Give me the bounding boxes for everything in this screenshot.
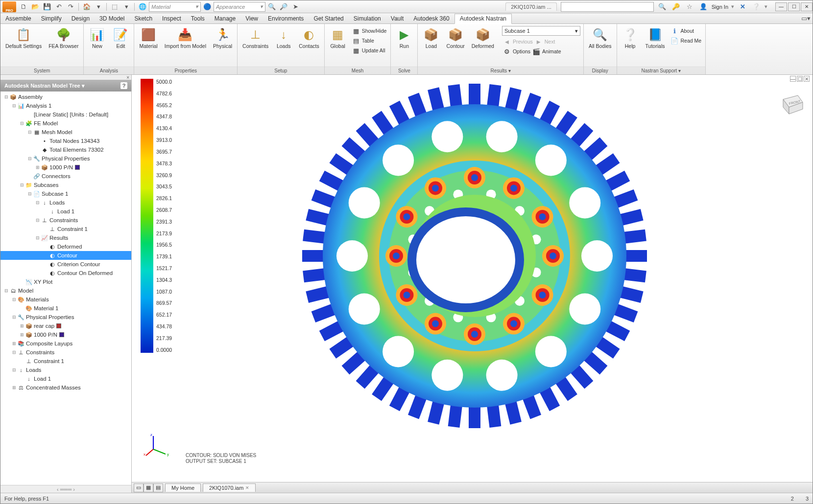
layout2-icon[interactable]: ▦ [143, 483, 153, 492]
tree-node[interactable]: 🎨Material 1 [0, 304, 131, 313]
tree-node[interactable]: 📉XY Plot [0, 277, 131, 286]
tree-node[interactable]: ⊟📁Subcases [0, 181, 131, 189]
close-icon[interactable]: ✕ [245, 485, 249, 490]
menu-simulation[interactable]: Simulation [349, 13, 386, 23]
maximize-icon[interactable]: ☐ [797, 76, 803, 82]
animate-button[interactable]: 🎬Animate [531, 46, 562, 56]
run-button[interactable]: ▶Run [394, 26, 414, 50]
readme-button[interactable]: 📄Read Me [670, 36, 702, 46]
fea-browser-button[interactable]: 🌳FEA Browser [47, 26, 80, 50]
key-icon[interactable]: 🔑 [670, 2, 681, 12]
menu-view[interactable]: View [240, 13, 263, 23]
tree-node[interactable]: ⊟🎨Materials [0, 295, 131, 304]
physical-button[interactable]: 🏃Physical [211, 26, 234, 50]
undo-icon[interactable]: ↶ [53, 2, 64, 12]
color-icon[interactable]: 🔵 [202, 2, 213, 12]
arrow-icon[interactable]: ➤ [290, 2, 301, 12]
tree-node[interactable]: ◐Contour On Deformed [0, 269, 131, 277]
tree-node[interactable]: ⊟⊥Constraints [0, 216, 131, 225]
tree-node[interactable]: ⊟📊Analysis 1 [0, 101, 131, 110]
contacts-button[interactable]: ◐Contacts [297, 26, 321, 50]
select-icon[interactable]: ⬚ [109, 2, 120, 12]
constraints-button[interactable]: ⊥Constraints [240, 26, 270, 50]
menu-get-started[interactable]: Get Started [309, 13, 348, 23]
material-button[interactable]: 🟫Material [137, 26, 159, 50]
appearance-combo[interactable]: Appearance▾ [214, 2, 265, 12]
tree-node[interactable]: ⊞⚖Concentrated Masses [0, 383, 131, 392]
search-input[interactable] [561, 2, 654, 12]
results-deformed-button[interactable]: 📦Deformed [470, 26, 496, 50]
results-contour-button[interactable]: 📦Contour [444, 26, 466, 50]
tree-node[interactable]: ⊟📄Subcase 1 [0, 189, 131, 198]
mesh-showhide-button[interactable]: ▦Show/Hide [351, 26, 388, 36]
tree-node[interactable]: ⊟🔧Physical Properties [0, 154, 131, 163]
minimize-icon[interactable]: — [790, 76, 796, 82]
close-button[interactable]: ✕ [801, 2, 813, 11]
tree-node[interactable]: ⊟↓Loads [0, 366, 131, 374]
tree-node[interactable]: ⊟🗂Model [0, 286, 131, 295]
tree-node[interactable]: ⊟📈Results [0, 233, 131, 242]
menu-autodesk-nastran[interactable]: Autodesk Nastran [454, 14, 512, 24]
maximize-button[interactable]: ☐ [788, 2, 800, 11]
menu-inspect[interactable]: Inspect [157, 13, 186, 23]
tree-node[interactable]: ↓Load 1 [0, 207, 131, 216]
menu-simplify[interactable]: Simplify [36, 13, 67, 23]
tree-node[interactable]: ⊟↓Loads [0, 198, 131, 207]
default-settings-button[interactable]: 📋Default Settings [3, 26, 44, 50]
previous-button[interactable]: ◄Previous [502, 37, 534, 46]
options-button[interactable]: ⚙Options [502, 46, 531, 56]
globe-icon[interactable]: 🌐 [137, 2, 148, 12]
close-icon[interactable]: ✕ [804, 76, 810, 82]
tree-node[interactable]: [Linear Static] [Units : Default] [0, 110, 131, 119]
tree-node[interactable]: ⊟⊥Constraints [0, 348, 131, 357]
signin-link[interactable]: Sign In [712, 4, 728, 10]
subcase-combo[interactable]: Subcase 1▾ [502, 26, 580, 36]
tree-node[interactable]: ◆Total Elements 73302 [0, 145, 131, 154]
document-tab[interactable]: 2KIQ1070.iam ... [505, 2, 557, 11]
redo-icon[interactable]: ↷ [65, 2, 76, 12]
loads-button[interactable]: ↓Loads [273, 26, 294, 50]
tree-node[interactable]: •Total Nodes 134343 [0, 137, 131, 145]
viewport[interactable]: — ☐ ✕ [132, 75, 813, 482]
menu-manage[interactable]: Manage [210, 13, 240, 23]
menu-vault[interactable]: Vault [386, 13, 408, 23]
mesh-update-button[interactable]: ▦Update All [351, 46, 388, 55]
menu-environments[interactable]: Environments [263, 13, 309, 23]
tree-node[interactable]: ⊟▦Mesh Model [0, 128, 131, 137]
tree-node[interactable]: ⊟🧩FE Model [0, 119, 131, 128]
zoom-icon[interactable]: 🔍 [266, 2, 277, 12]
layout1-icon[interactable]: ▭ [134, 483, 143, 492]
help-icon[interactable]: ❔ [751, 2, 762, 12]
panel-header[interactable]: Autodesk Nastran Model Tree ▾ ? [0, 80, 131, 92]
tree-node[interactable]: ⊟📦Assembly [0, 92, 131, 101]
menu-sketch[interactable]: Sketch [129, 13, 157, 23]
open-icon[interactable]: 📂 [30, 2, 41, 12]
dropdown-icon[interactable]: ▾ [121, 2, 132, 12]
tree-node[interactable]: ◐Deformed [0, 242, 131, 251]
viewcube[interactable]: FRONT [778, 90, 806, 117]
tree-node[interactable]: ◐Criterion Contour [0, 260, 131, 269]
panel-close-icon[interactable]: × [0, 75, 131, 80]
menu-design[interactable]: Design [67, 13, 95, 23]
tree-node[interactable]: 🔗Connectors [0, 172, 131, 181]
tree-node[interactable]: ⊞📦rear cap [0, 321, 131, 330]
search-icon[interactable]: 🔍 [657, 2, 668, 12]
scrollbar[interactable]: ‹ ═══ › [0, 485, 131, 493]
tutorials-button[interactable]: 📘Tutorials [644, 26, 667, 50]
tree-node[interactable]: ⊞📚Composite Layups [0, 339, 131, 348]
home-icon[interactable]: 🏠 [81, 2, 92, 12]
tab-myhome[interactable]: My Home [165, 483, 201, 492]
mesh-global-button[interactable]: ▦Global [328, 26, 348, 50]
analysis-new-button[interactable]: 📊New [87, 26, 107, 50]
new-icon[interactable]: 🗋 [18, 2, 29, 12]
menu-tools[interactable]: Tools [186, 13, 210, 23]
save-icon[interactable]: 💾 [42, 2, 52, 12]
next-button[interactable]: ►Next [534, 37, 556, 46]
app-icon[interactable]: PRO [2, 1, 16, 12]
tab-document[interactable]: 2KIQ1070.iam✕ [203, 483, 256, 492]
dropdown-icon[interactable]: ▾ [93, 2, 104, 12]
analysis-edit-button[interactable]: 📝Edit [110, 26, 131, 50]
help-icon[interactable]: ? [120, 82, 127, 89]
user-icon[interactable]: 👤 [698, 2, 709, 12]
mesh-table-button[interactable]: ▤Table [351, 36, 388, 46]
